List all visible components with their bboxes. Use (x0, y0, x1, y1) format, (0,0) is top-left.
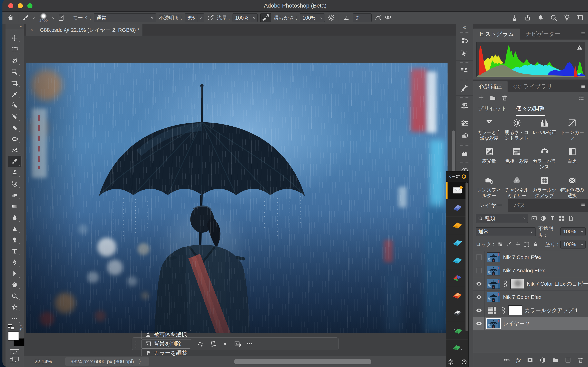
notifications-icon[interactable] (537, 14, 544, 21)
search-icon[interactable] (550, 14, 557, 21)
tool-content-aware-move-icon[interactable] (11, 147, 18, 154)
tool-eraser[interactable] (8, 189, 21, 201)
mask-link-icon[interactable] (501, 307, 506, 314)
tool-selection-brush-icon[interactable] (11, 57, 18, 64)
tool-brush-icon[interactable] (11, 158, 18, 165)
size-pressure-icon[interactable] (374, 14, 381, 21)
dock-drag-handle[interactable] (460, 62, 469, 63)
filter-adjustment-layers-icon[interactable] (540, 215, 546, 221)
layer-visibility-icon[interactable] (476, 308, 482, 313)
dock-drag-handle[interactable] (460, 97, 469, 98)
tool-object-selection-icon[interactable] (11, 68, 18, 75)
layer-visibility-toggle[interactable] (476, 268, 482, 273)
adjustment-levels[interactable]: レベル補正 (531, 118, 558, 141)
filter-smart-objects-icon[interactable] (568, 215, 574, 221)
tool-rectangular-marquee-icon[interactable] (11, 46, 18, 53)
layer-row[interactable]: カラールックアップ 1 (473, 304, 588, 317)
dock-mixersliders-icon[interactable] (461, 102, 469, 110)
layer-row[interactable]: Nik 7 Color Efex のコピー (473, 277, 588, 291)
nik-close-icon[interactable]: × (448, 174, 451, 180)
lock-artboard-icon[interactable] (524, 242, 529, 247)
new-adjustment-layer-icon[interactable] (539, 357, 546, 363)
toolbar-collapse[interactable]: » (6, 24, 24, 29)
tool-edit-toolbar-icon[interactable] (11, 315, 18, 322)
screen-mode-button[interactable] (9, 357, 20, 363)
dock-drag-handle[interactable] (460, 80, 469, 80)
tool-gradient-icon[interactable] (11, 203, 18, 210)
layer-row[interactable]: レイヤー 2 (473, 317, 588, 330)
dock-expand-button[interactable]: « (456, 24, 473, 30)
nik-minimize-icon[interactable]: − (452, 174, 455, 180)
adjustment-curves[interactable]: トーンカーブ (558, 118, 586, 141)
tool-blur[interactable] (8, 212, 21, 223)
adjust-color-button[interactable]: カラーを調整 (141, 349, 191, 356)
panel-menu-icon[interactable] (580, 84, 586, 89)
canvas[interactable]: 被写体を選択背景を削除カラーを調整 (24, 36, 458, 356)
nik-silver-efex[interactable] (446, 304, 468, 322)
filter-shape-layers-icon[interactable] (559, 215, 565, 221)
tool-healing-brush-icon[interactable] (11, 124, 18, 131)
select-subject-button[interactable]: 被写体を選択 (141, 330, 191, 339)
document-image[interactable] (26, 63, 448, 333)
adjustment-selective-color[interactable]: 特定色域の選択 (558, 176, 586, 198)
workspace-switcher-icon[interactable] (576, 14, 584, 21)
tool-type-icon[interactable] (11, 248, 18, 255)
nik-dxo-home[interactable] (446, 182, 468, 199)
tool-spot-healing-brush[interactable] (8, 100, 21, 111)
filter-pixel-layers-icon[interactable] (531, 215, 537, 221)
tool-rectangular-marquee[interactable] (8, 44, 21, 55)
adjustment-color-balance[interactable]: カラーバランス (531, 147, 558, 170)
tool-clone-stamp[interactable] (8, 167, 21, 178)
nik-perspective-efex[interactable] (446, 252, 468, 269)
close-tab-icon[interactable]: × (30, 27, 33, 33)
tool-edit-toolbar[interactable] (8, 313, 21, 324)
tool-history-brush[interactable] (8, 178, 21, 189)
nik-color-efex[interactable] (446, 217, 468, 234)
nik-viveza[interactable] (446, 269, 468, 287)
layer-visibility-toggle[interactable] (476, 254, 482, 260)
tab-layers[interactable]: レイヤー (473, 199, 508, 212)
smoothing-input[interactable]: 100%∨ (300, 13, 325, 22)
layer-fill-input[interactable]: 100%∨ (561, 240, 586, 249)
tool-sharpen-icon[interactable] (11, 225, 18, 232)
lock-position-icon[interactable] (515, 242, 521, 247)
layer-filter-select[interactable]: 種類∨ (476, 214, 528, 223)
tool-content-aware-move[interactable] (8, 145, 21, 156)
tool-pen-icon[interactable] (11, 259, 18, 266)
brush-preset-icon[interactable] (22, 14, 30, 21)
add-adjustment-icon[interactable] (478, 95, 484, 101)
dock-history-icon[interactable] (461, 36, 469, 45)
layer-name[interactable]: Nik 7 Color Efex (503, 294, 541, 300)
flow-input[interactable]: 100%∨ (233, 13, 258, 22)
delete-icon[interactable] (502, 95, 508, 101)
adjustment-photo-filter[interactable]: レンズフィルター (475, 176, 503, 198)
tool-gradient[interactable] (8, 201, 21, 212)
document-tab[interactable]: × G88.psdc @ 22.1% (レイヤー 2, RGB/8) * (26, 24, 143, 36)
layer-thumbnail[interactable] (487, 266, 500, 275)
dock-drag-handle[interactable] (460, 162, 469, 163)
taskbar-transform-icon[interactable] (209, 340, 216, 347)
tool-sharpen[interactable] (8, 223, 21, 234)
layer-visibility-icon[interactable] (476, 282, 482, 286)
toolbar-drag-handle[interactable] (10, 31, 19, 31)
task-bar-drag-handle[interactable] (136, 340, 137, 348)
layer-row[interactable]: Nik 7 Color Efex (473, 251, 588, 264)
tool-object-selection[interactable] (8, 66, 21, 77)
layer-opacity-input[interactable]: 100%∨ (561, 227, 586, 236)
tool-spot-healing-brush-icon[interactable] (11, 102, 18, 109)
tool-path-selection-icon[interactable] (11, 270, 18, 277)
layer-mask-thumbnail[interactable] (510, 279, 524, 289)
add-mask-icon[interactable] (527, 357, 533, 363)
taskbar-image-add-icon[interactable] (234, 340, 241, 347)
dock-sliders-icon[interactable] (461, 119, 469, 127)
layer-row[interactable]: Nik 7 Color Efex (473, 291, 588, 304)
tool-eyedropper-icon[interactable] (11, 91, 18, 98)
nik-hdr-efex[interactable] (446, 287, 468, 304)
tab-adjustments[interactable]: 色調補正 (473, 81, 508, 92)
dock-aicursor-icon[interactable] (461, 49, 469, 57)
tool-crop-icon[interactable] (11, 80, 18, 86)
dock-drag-handle[interactable] (460, 145, 469, 146)
layer-thumbnail[interactable] (487, 279, 500, 289)
nik-analog-efex[interactable] (446, 234, 468, 252)
symmetry-icon[interactable] (384, 14, 392, 21)
